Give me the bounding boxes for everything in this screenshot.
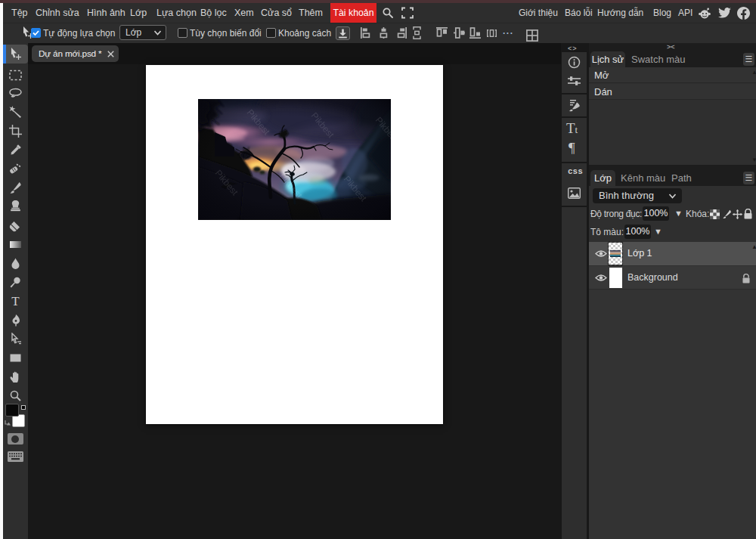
svg-text:T: T — [11, 295, 20, 308]
